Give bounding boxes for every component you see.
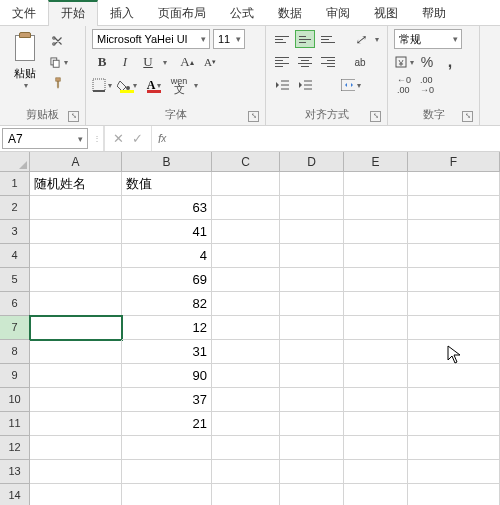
cell-C2[interactable]: [212, 196, 280, 220]
cell-C1[interactable]: [212, 172, 280, 196]
cell-E7[interactable]: [344, 316, 408, 340]
cell-C3[interactable]: [212, 220, 280, 244]
bold-button[interactable]: B: [92, 52, 112, 72]
alignment-dialog-launcher[interactable]: ⤡: [370, 111, 381, 122]
cell-A1[interactable]: 随机姓名: [30, 172, 122, 196]
cell-C13[interactable]: [212, 460, 280, 484]
decrease-indent-button[interactable]: [272, 75, 292, 95]
row-header-9[interactable]: 9: [0, 364, 30, 388]
menu-文件[interactable]: 文件: [0, 0, 48, 25]
cell-D12[interactable]: [280, 436, 344, 460]
name-box[interactable]: A7: [2, 128, 88, 149]
cell-D3[interactable]: [280, 220, 344, 244]
col-header-E[interactable]: E: [344, 152, 408, 172]
cell-A11[interactable]: [30, 412, 122, 436]
cell-B12[interactable]: [122, 436, 212, 460]
cell-B8[interactable]: 31: [122, 340, 212, 364]
menu-视图[interactable]: 视图: [362, 0, 410, 25]
align-middle-button[interactable]: [295, 30, 315, 48]
cell-B3[interactable]: 41: [122, 220, 212, 244]
phonetic-guide-button[interactable]: wen文: [169, 75, 189, 95]
cell-E13[interactable]: [344, 460, 408, 484]
cell-D1[interactable]: [280, 172, 344, 196]
number-dialog-launcher[interactable]: ⤡: [462, 111, 473, 122]
cell-F5[interactable]: [408, 268, 500, 292]
cancel-formula-button[interactable]: ✕: [113, 131, 124, 146]
cell-C4[interactable]: [212, 244, 280, 268]
row-header-1[interactable]: 1: [0, 172, 30, 196]
align-top-button[interactable]: [272, 30, 292, 48]
cell-A6[interactable]: [30, 292, 122, 316]
cell-B4[interactable]: 4: [122, 244, 212, 268]
cell-E9[interactable]: [344, 364, 408, 388]
cell-C7[interactable]: [212, 316, 280, 340]
cell-E2[interactable]: [344, 196, 408, 220]
cell-A2[interactable]: [30, 196, 122, 220]
menu-数据[interactable]: 数据: [266, 0, 314, 25]
cell-A13[interactable]: [30, 460, 122, 484]
cell-F1[interactable]: [408, 172, 500, 196]
underline-button[interactable]: U: [138, 52, 158, 72]
cell-D10[interactable]: [280, 388, 344, 412]
comma-button[interactable]: ,: [440, 52, 460, 72]
cell-A8[interactable]: [30, 340, 122, 364]
cell-B7[interactable]: 12: [122, 316, 212, 340]
align-right-button[interactable]: [318, 53, 338, 71]
cell-A9[interactable]: [30, 364, 122, 388]
cell-B1[interactable]: 数值: [122, 172, 212, 196]
cell-B11[interactable]: 21: [122, 412, 212, 436]
cell-F11[interactable]: [408, 412, 500, 436]
cell-C9[interactable]: [212, 364, 280, 388]
cell-E12[interactable]: [344, 436, 408, 460]
copy-button[interactable]: ▾: [48, 53, 68, 71]
increase-indent-button[interactable]: [295, 75, 315, 95]
cell-B13[interactable]: [122, 460, 212, 484]
row-header-6[interactable]: 6: [0, 292, 30, 316]
align-left-button[interactable]: [272, 53, 292, 71]
format-painter-button[interactable]: [48, 74, 68, 92]
col-header-B[interactable]: B: [122, 152, 212, 172]
cell-B2[interactable]: 63: [122, 196, 212, 220]
cell-E6[interactable]: [344, 292, 408, 316]
cut-button[interactable]: [48, 32, 68, 50]
cell-B10[interactable]: 37: [122, 388, 212, 412]
cell-E4[interactable]: [344, 244, 408, 268]
col-header-C[interactable]: C: [212, 152, 280, 172]
cell-E3[interactable]: [344, 220, 408, 244]
cell-D4[interactable]: [280, 244, 344, 268]
cell-F6[interactable]: [408, 292, 500, 316]
border-button[interactable]: ▾: [92, 75, 112, 95]
cell-D8[interactable]: [280, 340, 344, 364]
cell-A7[interactable]: [30, 316, 122, 340]
menu-帮助[interactable]: 帮助: [410, 0, 458, 25]
cell-C5[interactable]: [212, 268, 280, 292]
decrease-font-button[interactable]: A▾: [200, 52, 220, 72]
cell-F14[interactable]: [408, 484, 500, 505]
menu-插入[interactable]: 插入: [98, 0, 146, 25]
cell-A12[interactable]: [30, 436, 122, 460]
fx-label[interactable]: fx: [152, 126, 172, 151]
cell-F8[interactable]: [408, 340, 500, 364]
row-header-4[interactable]: 4: [0, 244, 30, 268]
cell-C10[interactable]: [212, 388, 280, 412]
percent-button[interactable]: %: [417, 52, 437, 72]
row-header-11[interactable]: 11: [0, 412, 30, 436]
cell-B14[interactable]: [122, 484, 212, 505]
col-header-F[interactable]: F: [408, 152, 500, 172]
font-size-combo[interactable]: 11: [213, 29, 245, 49]
cell-A4[interactable]: [30, 244, 122, 268]
menu-页面布局[interactable]: 页面布局: [146, 0, 218, 25]
row-header-8[interactable]: 8: [0, 340, 30, 364]
cell-A10[interactable]: [30, 388, 122, 412]
cell-E11[interactable]: [344, 412, 408, 436]
orientation-button[interactable]: ⤢: [350, 29, 370, 49]
menu-公式[interactable]: 公式: [218, 0, 266, 25]
row-header-7[interactable]: 7: [0, 316, 30, 340]
cell-C14[interactable]: [212, 484, 280, 505]
formula-input[interactable]: [172, 126, 500, 151]
cell-F2[interactable]: [408, 196, 500, 220]
merge-cells-button[interactable]: ▾: [341, 75, 361, 95]
font-dialog-launcher[interactable]: ⤡: [248, 111, 259, 122]
cell-C6[interactable]: [212, 292, 280, 316]
cell-E1[interactable]: [344, 172, 408, 196]
